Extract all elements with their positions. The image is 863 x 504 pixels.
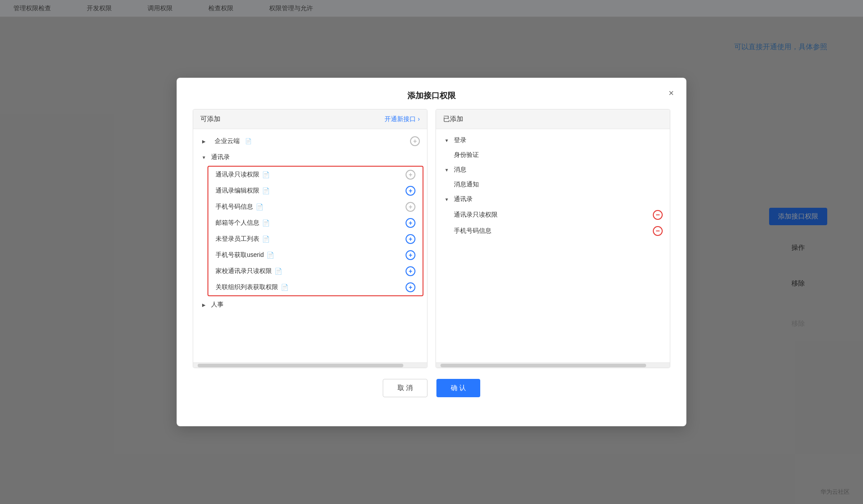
dialog-body: 可添加 开通新接口 › ▶ 企业云端 📄 + <box>177 109 686 368</box>
item-phone-userid-add[interactable]: + <box>406 250 415 260</box>
left-panel-title: 可添加 <box>200 115 220 123</box>
item-contacts-edit-left: 通讯录编辑权限 📄 <box>216 187 270 195</box>
item-school-contacts-add[interactable]: + <box>406 266 415 276</box>
right-item-phone-info-label: 手机号码信息 <box>454 227 491 235</box>
right-scrollbar-thumb[interactable] <box>440 364 646 367</box>
category-hr-row: ▶ 人事 <box>193 297 427 312</box>
item-school-contacts-doc: 📄 <box>275 268 282 275</box>
item-contacts-readonly-label: 通讯录只读权限 <box>216 171 259 179</box>
category-hr: ▶ 人事 <box>193 297 427 312</box>
right-scrollbar[interactable] <box>436 362 670 368</box>
item-unlogged-staff-doc: 📄 <box>262 235 270 243</box>
right-contacts-toggle[interactable]: ▼ <box>443 196 450 203</box>
item-contacts-edit-doc: 📄 <box>262 187 270 194</box>
item-phone-info: 手机号码信息 📄 + <box>208 199 423 215</box>
contacts-toggle[interactable]: ▼ <box>200 154 207 161</box>
right-panel-content: ▼ 登录 身份验证 <box>436 129 670 362</box>
item-school-contacts: 家校通讯录只读权限 📄 + <box>208 263 423 279</box>
category-enterprise-row: ▶ 企业云端 📄 + <box>193 133 427 150</box>
item-phone-userid-doc: 📄 <box>267 252 274 259</box>
right-login-toggle[interactable]: ▼ <box>443 137 450 144</box>
item-contacts-readonly: 通讯录只读权限 📄 + <box>208 167 423 183</box>
right-item-notification-label: 消息通知 <box>454 181 479 189</box>
right-item-phone-info: 手机号码信息 − <box>447 223 670 239</box>
item-contacts-edit: 通讯录编辑权限 📄 + <box>208 183 423 199</box>
right-category-login: ▼ 登录 身份验证 <box>436 133 670 162</box>
cancel-button[interactable]: 取 消 <box>383 379 427 397</box>
right-item-contacts-readonly-label: 通讯录只读权限 <box>454 211 498 219</box>
item-phone-userid-left: 手机号获取userid 📄 <box>216 251 274 259</box>
item-email-info-add[interactable]: + <box>406 218 415 228</box>
right-login-label: 登录 <box>454 136 466 144</box>
right-item-notification-left: 消息通知 <box>454 181 479 189</box>
modal-overlay: 添加接口权限 × 可添加 开通新接口 › ▶ 企业云端 <box>0 0 863 504</box>
item-contacts-edit-add[interactable]: + <box>406 186 415 196</box>
right-item-phone-info-left: 手机号码信息 <box>454 227 491 235</box>
item-phone-info-doc: 📄 <box>256 203 263 210</box>
right-panel-header: 已添加 <box>436 109 670 129</box>
dialog-footer: 取 消 确 认 <box>177 379 686 397</box>
left-scrollbar[interactable] <box>193 362 427 368</box>
right-category-message: ▼ 消息 消息通知 <box>436 162 670 192</box>
dialog-header: 添加接口权限 × <box>177 78 686 109</box>
right-message-items: 消息通知 <box>436 177 670 192</box>
item-unlogged-staff-label: 未登录员工列表 <box>216 235 259 243</box>
item-contacts-readonly-left: 通讯录只读权限 📄 <box>216 171 270 179</box>
highlighted-items-box: 通讯录只读权限 📄 + 通讯录编辑权限 📄 <box>207 166 423 296</box>
open-new-api-link[interactable]: 开通新接口 › <box>385 115 420 123</box>
right-contacts-label: 通讯录 <box>454 195 473 203</box>
right-category-message-row: ▼ 消息 <box>436 162 670 177</box>
enterprise-label: 企业云端 <box>215 137 240 145</box>
item-org-list-add[interactable]: + <box>406 282 415 292</box>
right-message-label: 消息 <box>454 166 466 174</box>
right-category-contacts-row: ▼ 通讯录 <box>436 192 670 207</box>
right-item-contacts-readonly: 通讯录只读权限 − <box>447 207 670 223</box>
item-contacts-edit-label: 通讯录编辑权限 <box>216 187 259 195</box>
item-org-list-left: 关联组织列表获取权限 📄 <box>216 283 288 291</box>
left-panel-content: ▶ 企业云端 📄 + ▼ 通讯录 <box>193 129 427 362</box>
contacts-items: 通讯录只读权限 📄 + 通讯录编辑权限 📄 <box>193 166 427 296</box>
item-email-info: 邮箱等个人信息 📄 + <box>208 215 423 231</box>
item-phone-userid: 手机号获取userid 📄 + <box>208 247 423 263</box>
right-item-auth: 身份验证 <box>447 148 670 162</box>
item-phone-info-add[interactable]: + <box>406 202 415 212</box>
dialog-title: 添加接口权限 <box>407 91 456 100</box>
right-category-contacts: ▼ 通讯录 通讯录只读权限 − <box>436 192 670 239</box>
confirm-button[interactable]: 确 认 <box>436 379 480 397</box>
right-login-items: 身份验证 <box>436 148 670 162</box>
left-panel: 可添加 开通新接口 › ▶ 企业云端 📄 + <box>193 109 427 368</box>
contacts-label: 通讯录 <box>211 153 230 161</box>
hr-toggle[interactable]: ▶ <box>200 301 207 308</box>
item-contacts-readonly-add[interactable]: + <box>406 170 415 180</box>
item-email-info-left: 邮箱等个人信息 📄 <box>216 219 270 227</box>
left-scrollbar-thumb[interactable] <box>198 364 403 367</box>
item-contacts-readonly-doc: 📄 <box>262 171 270 178</box>
enterprise-toggle[interactable]: ▶ <box>200 138 207 145</box>
item-org-list-label: 关联组织列表获取权限 <box>216 283 278 291</box>
item-org-list-doc: 📄 <box>281 284 288 291</box>
dialog: 添加接口权限 × 可添加 开通新接口 › ▶ 企业云端 <box>177 78 686 426</box>
enterprise-add-icon[interactable]: + <box>410 136 420 146</box>
category-enterprise: ▶ 企业云端 📄 + <box>193 133 427 150</box>
hr-label: 人事 <box>211 301 224 309</box>
category-contacts-row: ▼ 通讯录 <box>193 150 427 165</box>
right-item-contacts-readonly-left: 通讯录只读权限 <box>454 211 498 219</box>
item-email-info-label: 邮箱等个人信息 <box>216 219 259 227</box>
right-item-auth-left: 身份验证 <box>454 151 479 159</box>
left-panel-header: 可添加 开通新接口 › <box>193 109 427 129</box>
category-contacts: ▼ 通讯录 通讯录只读权限 📄 <box>193 150 427 296</box>
right-item-contacts-readonly-remove[interactable]: − <box>653 210 663 220</box>
item-org-list: 关联组织列表获取权限 📄 + <box>208 279 423 295</box>
right-item-auth-label: 身份验证 <box>454 151 479 159</box>
right-message-toggle[interactable]: ▼ <box>443 166 450 173</box>
item-phone-info-left: 手机号码信息 📄 <box>216 203 263 211</box>
item-phone-userid-label: 手机号获取userid <box>216 251 264 259</box>
right-contacts-items: 通讯录只读权限 − 手机号码信息 − <box>436 207 670 239</box>
enterprise-doc-icon: 📄 <box>245 138 252 144</box>
item-phone-info-label: 手机号码信息 <box>216 203 253 211</box>
right-item-notification: 消息通知 <box>447 177 670 192</box>
right-panel: 已添加 ▼ 登录 身份验证 <box>436 109 670 368</box>
item-unlogged-staff-add[interactable]: + <box>406 234 415 244</box>
close-button[interactable]: × <box>668 88 674 97</box>
right-item-phone-info-remove[interactable]: − <box>653 226 663 236</box>
